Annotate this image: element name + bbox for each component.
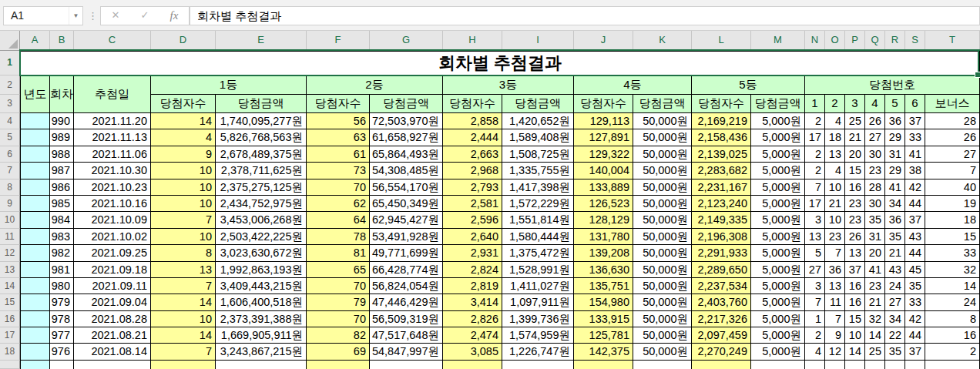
cell-winners[interactable]: 128,129 (574, 212, 633, 228)
cell-bonus[interactable]: 8 (925, 311, 980, 327)
cell-number[interactable]: 20 (865, 245, 885, 261)
header-number-5[interactable]: 5 (885, 95, 905, 113)
cell-bonus[interactable]: 19 (925, 196, 980, 212)
cell-winners[interactable]: 82 (307, 327, 370, 344)
cell-prize[interactable]: 5,000원 (751, 179, 805, 196)
header-prize-amount[interactable]: 당첨금액 (502, 95, 574, 113)
cell-clipped[interactable] (370, 361, 443, 369)
cell-number[interactable]: 37 (905, 113, 925, 129)
cell-number[interactable]: 34 (885, 311, 905, 327)
column-header-E[interactable]: E (216, 31, 307, 51)
header-rank-2[interactable]: 2등 (307, 75, 443, 95)
cell-date[interactable]: 2021.11.06 (74, 146, 151, 163)
cell-date[interactable]: 2021.08.21 (74, 327, 151, 344)
cell-prize[interactable]: 50,000원 (633, 113, 692, 129)
cell-prize[interactable]: 65,864,493원 (370, 146, 443, 163)
cell-year[interactable] (20, 129, 50, 146)
header-bonus[interactable]: 보너스 (925, 95, 980, 113)
cell-winners[interactable]: 2,231,167 (692, 179, 751, 196)
cell-clipped[interactable] (151, 361, 216, 369)
header-draw-date[interactable]: 추첨일 (74, 75, 151, 113)
cell-winners[interactable]: 2,217,326 (692, 311, 751, 327)
cell-number[interactable]: 15 (845, 311, 865, 327)
cell-prize[interactable]: 50,000원 (633, 129, 692, 146)
cell-number[interactable]: 44 (905, 327, 925, 344)
cell-number[interactable]: 13 (825, 146, 845, 163)
cell-date[interactable]: 2021.10.16 (74, 196, 151, 212)
header-prize-amount[interactable]: 당첨금액 (216, 95, 307, 113)
cell-prize[interactable]: 1,335,755원 (502, 163, 574, 179)
cell-prize[interactable]: 1,992,863,193원 (216, 262, 307, 278)
column-header-I[interactable]: I (502, 31, 574, 51)
cell-round[interactable]: 988 (50, 146, 74, 163)
cell-year[interactable] (20, 113, 50, 129)
cell-winners[interactable]: 2,824 (443, 262, 502, 278)
cell-number[interactable]: 43 (885, 262, 905, 278)
cell-prize[interactable]: 50,000원 (633, 146, 692, 163)
row-header-3[interactable]: 3 (0, 95, 20, 113)
cell-number[interactable]: 34 (885, 196, 905, 212)
cell-number[interactable]: 21 (885, 245, 905, 261)
header-winners-count[interactable]: 당첨자수 (307, 95, 370, 113)
cell-year[interactable] (20, 212, 50, 228)
cell-number[interactable]: 16 (845, 179, 865, 196)
cell-winners[interactable]: 2,097,459 (692, 327, 751, 344)
column-header-T[interactable]: T (925, 31, 980, 51)
cell-number[interactable]: 31 (885, 146, 905, 163)
cell-number[interactable]: 35 (885, 344, 905, 360)
cell-number[interactable]: 28 (865, 179, 885, 196)
cell-prize[interactable]: 50,000원 (633, 163, 692, 179)
cell-winners[interactable]: 140,004 (574, 163, 633, 179)
cell-bonus[interactable]: 24 (925, 294, 980, 310)
cell-round[interactable]: 980 (50, 278, 74, 294)
cell-prize[interactable]: 1,580,444원 (502, 229, 574, 245)
cell-winners[interactable]: 2,270,249 (692, 344, 751, 360)
cell-number[interactable]: 31 (865, 229, 885, 245)
column-header-F[interactable]: F (307, 31, 370, 51)
cell-number[interactable]: 44 (905, 245, 925, 261)
cell-bonus[interactable]: 33 (925, 245, 980, 261)
cell-winners[interactable]: 136,630 (574, 262, 633, 278)
row-header-6[interactable]: 6 (0, 146, 20, 163)
cell-prize[interactable]: 5,000원 (751, 327, 805, 344)
cell-round[interactable]: 987 (50, 163, 74, 179)
column-header-H[interactable]: H (443, 31, 502, 51)
cell-year[interactable] (20, 344, 50, 360)
cell-number[interactable]: 7 (825, 311, 845, 327)
cell-winners[interactable]: 64 (307, 212, 370, 228)
cell-round[interactable]: 978 (50, 311, 74, 327)
cell-winners[interactable]: 126,523 (574, 196, 633, 212)
cell-prize[interactable]: 66,428,774원 (370, 262, 443, 278)
cell-bonus[interactable]: 2 (925, 344, 980, 360)
cell-number[interactable]: 7 (805, 179, 825, 196)
cell-bonus[interactable]: 14 (925, 278, 980, 294)
formula-bar-drag-handle-icon[interactable]: ⋮ (87, 6, 98, 25)
cell-date[interactable]: 2021.10.23 (74, 179, 151, 196)
cell-number[interactable]: 7 (805, 294, 825, 310)
cell-number[interactable]: 25 (845, 113, 865, 129)
header-winners-count[interactable]: 당첨자수 (574, 95, 633, 113)
cell-prize[interactable]: 5,000원 (751, 196, 805, 212)
cell-date[interactable]: 2021.09.04 (74, 294, 151, 310)
cell-winners[interactable]: 8 (151, 245, 216, 261)
cell-winners[interactable]: 63 (307, 129, 370, 146)
cell-round[interactable]: 986 (50, 179, 74, 196)
cell-prize[interactable]: 2,378,711,625원 (216, 163, 307, 179)
cell-winners[interactable]: 7 (151, 344, 216, 360)
cell-winners[interactable]: 69 (307, 344, 370, 360)
cell-number[interactable]: 10 (825, 179, 845, 196)
cell-winners[interactable]: 2,596 (443, 212, 502, 228)
cancel-icon[interactable]: ✕ (101, 7, 130, 25)
cell-date[interactable]: 2021.09.11 (74, 278, 151, 294)
cell-prize[interactable]: 50,000원 (633, 294, 692, 310)
cell-bonus[interactable]: 28 (925, 113, 980, 129)
cell-prize[interactable]: 1,375,472원 (502, 245, 574, 261)
cell-winners[interactable]: 10 (151, 163, 216, 179)
cell-prize[interactable]: 1,589,408원 (502, 129, 574, 146)
cell-number[interactable]: 36 (885, 113, 905, 129)
cell-prize[interactable]: 2,678,489,375원 (216, 146, 307, 163)
cell-winners[interactable]: 70 (307, 311, 370, 327)
cell-prize[interactable]: 53,491,928원 (370, 229, 443, 245)
cell-prize[interactable]: 2,503,422,225원 (216, 229, 307, 245)
column-header-A[interactable]: A (20, 31, 50, 51)
